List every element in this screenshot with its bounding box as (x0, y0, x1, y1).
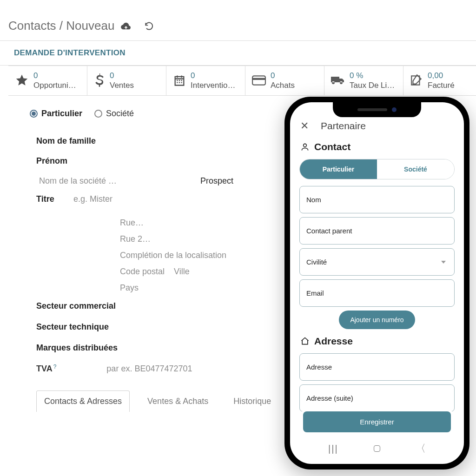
radio-label-company: Société (106, 109, 134, 119)
city-input[interactable]: Ville (174, 267, 190, 277)
breadcrumb-module: Contacts (8, 19, 56, 33)
section-header-intervention[interactable]: DEMANDE D'INTERVENTION (0, 40, 476, 66)
stat-value: 0,00 (428, 71, 455, 80)
breadcrumb-page: Nouveau (66, 19, 114, 33)
tab-history[interactable]: Historique (226, 391, 278, 412)
person-icon (300, 142, 310, 152)
radio-company[interactable]: Société (94, 109, 134, 119)
stat-value: 0 (191, 71, 235, 80)
stat-label: Ventes (110, 80, 134, 90)
seg-company[interactable]: Société (377, 159, 454, 179)
help-icon[interactable]: ? (53, 364, 57, 370)
mobile-save-button[interactable]: Enregistrer (303, 411, 451, 432)
breadcrumb: Contacts / Nouveau (0, 0, 476, 40)
mobile-civility-select[interactable]: Civilité (299, 248, 455, 276)
stat-value: 0 (33, 71, 76, 80)
mobile-email-input[interactable]: Email (299, 279, 455, 307)
nav-back-icon[interactable]: 〈 (416, 442, 426, 456)
edit-icon (410, 74, 423, 86)
radio-icon (30, 110, 38, 118)
credit-card-icon (252, 75, 266, 86)
svg-rect-0 (252, 76, 265, 85)
cloud-save-icon[interactable] (121, 22, 131, 30)
phone-notch (333, 102, 421, 117)
svg-rect-1 (252, 78, 265, 80)
radio-particular[interactable]: Particulier (30, 109, 82, 119)
mobile-name-input[interactable]: Nom (299, 186, 455, 213)
phone-navbar: ||| 〈 (297, 434, 457, 464)
title-input[interactable]: e.g. Mister (73, 194, 112, 204)
stat-value: 0 (271, 71, 295, 80)
stat-opportunities[interactable]: 0 Opportuni… (8, 66, 87, 95)
stat-interventions[interactable]: 0 Interventio… (166, 66, 245, 95)
segmented-control[interactable]: Particulier Société (299, 159, 455, 179)
vat-input[interactable]: par ex. BE0477472701 (106, 364, 192, 374)
nav-recent-icon[interactable]: ||| (328, 443, 338, 454)
company-input[interactable]: Nom de la société … (36, 176, 117, 186)
stat-label: Taux De Li… (350, 80, 395, 90)
mobile-contact-header: Contact (314, 141, 350, 152)
stat-label: Interventio… (191, 80, 235, 90)
phone-mockup: ✕ Partenaire Contact Particulier Société… (284, 97, 469, 469)
mobile-address-header: Adresse (314, 336, 353, 347)
zip-input[interactable]: Code postal (120, 267, 165, 277)
stat-label: Facturé (428, 80, 455, 90)
nav-home-icon[interactable] (374, 445, 380, 452)
label-prospect: Prospect (200, 176, 233, 186)
mobile-parent-input[interactable]: Contact parent (299, 217, 455, 245)
stat-purchases[interactable]: 0 Achats (245, 66, 324, 95)
breadcrumb-text[interactable]: Contacts / Nouveau (8, 19, 114, 33)
dollar-icon (94, 73, 105, 87)
mobile-address2-input[interactable]: Adresse (suite) (299, 384, 455, 411)
home-icon (300, 337, 310, 346)
label-vat: TVA (36, 364, 53, 373)
label-title: Titre (36, 194, 60, 204)
mobile-add-number-button[interactable]: Ajouter un numéro (339, 311, 415, 329)
stat-label: Achats (271, 80, 295, 90)
close-icon[interactable]: ✕ (300, 120, 309, 132)
mobile-address-input[interactable]: Adresse (299, 353, 455, 381)
radio-label-particular: Particulier (41, 109, 82, 119)
radio-icon (94, 110, 102, 118)
stat-sales[interactable]: 0 Ventes (87, 66, 166, 95)
mobile-title: Partenaire (321, 120, 366, 132)
star-icon (15, 73, 29, 87)
stat-value: 0 (110, 71, 134, 80)
stat-delivery-rate[interactable]: 0 % Taux De Li… (324, 66, 403, 95)
tab-contacts-addresses[interactable]: Contacts & Adresses (36, 390, 130, 412)
stat-bar: 0 Opportuni… 0 Ventes 0 Interventio… 0 A… (8, 66, 476, 95)
truck-icon (331, 75, 345, 86)
tab-sales-purchases[interactable]: Ventes & Achats (140, 391, 216, 412)
stat-invoiced[interactable]: 0,00 Facturé (403, 66, 469, 95)
stat-value: 0 % (350, 71, 395, 80)
calendar-icon (173, 74, 186, 87)
stat-label: Opportuni… (33, 80, 76, 90)
undo-icon[interactable] (144, 21, 153, 31)
breadcrumb-sep: / (60, 19, 63, 33)
seg-particular[interactable]: Particulier (300, 159, 377, 179)
